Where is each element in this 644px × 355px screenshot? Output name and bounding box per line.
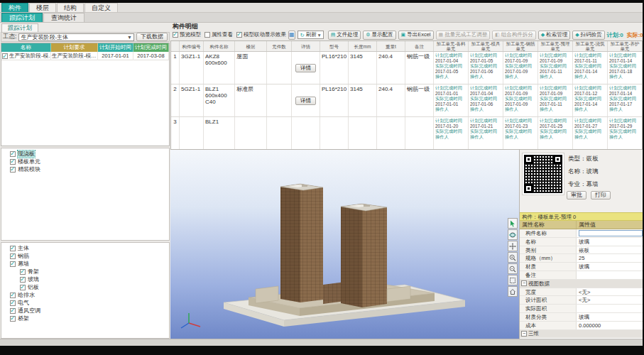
- checkbox[interactable]: [20, 277, 26, 283]
- toolbar-button[interactable]: ◆ 扫码验货: [572, 31, 604, 40]
- checkbox[interactable]: [10, 293, 16, 298]
- checkbox[interactable]: [2, 53, 8, 59]
- approve-button[interactable]: 审批: [567, 191, 586, 200]
- plan-col-name[interactable]: 名称: [1, 43, 51, 52]
- zoom-fit-icon[interactable]: [508, 275, 518, 285]
- collapse-icon[interactable]: −: [521, 331, 527, 337]
- plan-filter-row: 工态: 生产安装阶段-主体 ▼ 下载数据: [1, 32, 170, 42]
- actual-finish-date: 2017-01-11: [540, 102, 571, 107]
- model-viewport[interactable]: [170, 150, 519, 339]
- main-tab[interactable]: 构件: [1, 3, 28, 12]
- system-tree-item[interactable]: 铝板: [1, 284, 169, 291]
- detail-button[interactable]: 详情: [295, 64, 316, 72]
- toolbar-button[interactable]: ▣ 导出Excel: [398, 31, 434, 40]
- toolbar-button[interactable]: ⚙ 显示配置: [363, 31, 395, 40]
- col-code[interactable]: 构件编号: [180, 41, 204, 51]
- unit-column-header[interactable]: 加工单元-养护单元: [608, 41, 643, 51]
- plan-finish-label: 计划完成时间: [609, 85, 640, 91]
- component-name-input[interactable]: [579, 230, 643, 236]
- col-note[interactable]: 备注: [405, 41, 434, 51]
- info-name-label: 名称：: [568, 168, 586, 175]
- unit-column-header-label: 加工单元-模具单元: [469, 41, 502, 51]
- unit-column-header[interactable]: 加工单元-预埋单元: [538, 41, 573, 51]
- orbit-icon[interactable]: [508, 229, 518, 240]
- table-row[interactable]: 1 3GZ1-1 AKZ8 600x600 屋面 详情 PL16*210 314…: [171, 52, 642, 84]
- toolbar-button[interactable]: ◆ 检索管理: [538, 31, 570, 40]
- grid-view-button[interactable]: ▦: [288, 31, 295, 40]
- checkbox[interactable]: [10, 159, 16, 165]
- main-tab[interactable]: 结构: [57, 3, 84, 12]
- refresh-dropdown[interactable]: ↻ 刷新 ▾: [298, 31, 324, 39]
- print-button[interactable]: 打印: [591, 191, 611, 200]
- checkbox[interactable]: [10, 316, 16, 322]
- collapse-icon[interactable]: −: [521, 280, 527, 286]
- unit-column-header[interactable]: 加工单元-浇筑单元: [573, 41, 608, 51]
- unit-column-header[interactable]: 加工单元-备料单元: [434, 41, 469, 51]
- table-row[interactable]: 2 5GZ1-1 BLZ1 600x400 C40 标准层 详情 PL16*21…: [171, 84, 642, 117]
- download-data-button[interactable]: 下载数据: [136, 33, 168, 41]
- plan-col-finish[interactable]: 计划完成时间: [133, 43, 169, 52]
- system-tree-item[interactable]: 桥架: [1, 315, 169, 322]
- toolbar-button-label: 批量完成工艺调整: [444, 31, 487, 38]
- select-cursor-icon[interactable]: [508, 218, 518, 229]
- plan-table-row[interactable]: 生产安装阶段-模… 生产安装阶段-模… 2017-01-01 2017-03-0…: [1, 52, 169, 60]
- selected-component-bar[interactable]: 构件：楼板单元-预埋 0: [520, 212, 643, 221]
- checkbox[interactable]: [10, 253, 16, 259]
- pan-icon[interactable]: [508, 241, 518, 251]
- toolbar-checkbox[interactable]: 模型联动显示效果: [236, 31, 286, 38]
- checkbox[interactable]: [10, 261, 16, 267]
- toolbar-button[interactable]: ▤ 文件处理: [328, 31, 361, 40]
- component-tree-item[interactable]: 楼板单元: [1, 158, 169, 165]
- checkbox[interactable]: [20, 269, 26, 275]
- main-tab[interactable]: 自定义: [84, 3, 118, 12]
- col-length[interactable]: 长度mm: [349, 41, 377, 51]
- checkbox[interactable]: [10, 246, 16, 251]
- checkbox[interactable]: [10, 308, 16, 314]
- toolbar-checkbox[interactable]: 属性查看: [204, 31, 233, 38]
- unit-column-header[interactable]: 加工单元-模具单元: [469, 41, 503, 51]
- checkbox[interactable]: [10, 167, 16, 173]
- component-tree-item[interactable]: 现浇板: [1, 151, 169, 158]
- plan-finish-date: 2017-01-01: [435, 91, 466, 97]
- checkbox[interactable]: [20, 285, 26, 290]
- sub-tab[interactable]: 跟踪计划: [1, 13, 43, 22]
- system-tree-item[interactable]: 钢筋: [1, 253, 169, 260]
- table-row[interactable]: 3 BLZ1 计划完成时间 2017-01-20 实际完成时间 操作人 计划完成…: [171, 117, 642, 150]
- system-tree-item[interactable]: 幕墙: [1, 261, 169, 268]
- system-tree-item[interactable]: 给排水: [1, 292, 169, 299]
- col-floor[interactable]: 楼层: [235, 41, 267, 51]
- checkbox[interactable]: [10, 151, 16, 157]
- detail-button[interactable]: 详情: [295, 97, 316, 105]
- status-filter-dropdown[interactable]: 生产安装阶段-主体 ▼: [18, 33, 134, 41]
- property-section-row[interactable]: −视图数据: [520, 280, 643, 288]
- col-weight[interactable]: 重量t: [377, 41, 405, 51]
- zoom-out-icon[interactable]: [508, 263, 518, 274]
- toolbar-button[interactable]: ◧ 组合构件拆分: [492, 31, 536, 40]
- plan-col-require[interactable]: 计划要求: [51, 43, 98, 52]
- col-name[interactable]: 构件名称: [204, 41, 235, 51]
- component-tree-item[interactable]: 精装模块: [1, 166, 169, 173]
- system-tree-item[interactable]: 电气: [1, 300, 169, 307]
- property-section-row[interactable]: −三维: [520, 330, 643, 339]
- sub-tab[interactable]: 查询统计: [43, 13, 84, 22]
- system-tree-item[interactable]: 通风空调: [1, 307, 169, 315]
- viewport-toolbar: [508, 218, 518, 297]
- col-model[interactable]: 型号: [320, 41, 349, 51]
- zoom-in-icon[interactable]: [508, 252, 518, 263]
- system-tree-item[interactable]: 玻璃: [1, 276, 169, 283]
- plan-col-start[interactable]: 计划开始时间: [98, 43, 133, 52]
- toolbar-checkbox[interactable]: 预览模型: [173, 31, 201, 38]
- col-detail[interactable]: 详情: [292, 41, 320, 51]
- plan-finish-date: 2017-01-09: [505, 91, 536, 97]
- unit-column-header[interactable]: 加工单元-钢筋单元: [503, 41, 538, 51]
- col-count[interactable]: 元件数: [267, 41, 292, 51]
- main-tab[interactable]: 楼层: [29, 3, 56, 12]
- plan-finish-label: 计划完成时间: [470, 118, 501, 124]
- home-view-icon[interactable]: [508, 286, 518, 297]
- checkbox[interactable]: [10, 300, 16, 306]
- plan-panel-tab[interactable]: 跟踪计划: [1, 23, 38, 32]
- system-tree-item[interactable]: 骨架: [1, 268, 169, 275]
- system-tree-item[interactable]: 主体: [1, 245, 169, 252]
- operator-label: 操作人: [505, 74, 536, 80]
- toolbar-button[interactable]: ▦ 批量完成工艺调整: [436, 31, 491, 40]
